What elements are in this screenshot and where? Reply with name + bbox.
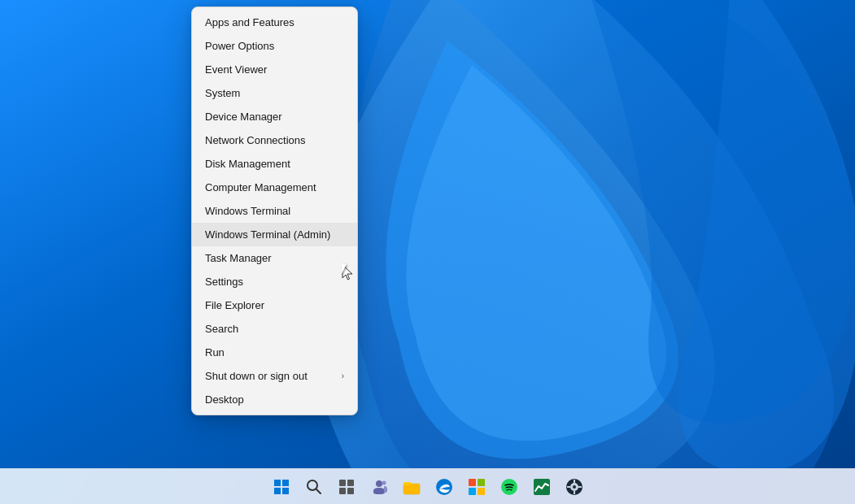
edge-button[interactable] [430,472,459,502]
menu-item-label: Run [205,346,225,358]
menu-item-windows-terminal--admin-[interactable]: Windows Terminal (Admin) [192,223,357,246]
start-button[interactable] [267,472,296,502]
svg-rect-2 [282,480,289,486]
task-view-button[interactable] [332,472,361,502]
menu-item-label: Windows Terminal (Admin) [205,228,330,241]
menu-item-label: File Explorer [205,299,264,311]
search-taskbar-button[interactable] [299,472,329,502]
menu-item-settings[interactable]: Settings [192,270,357,293]
svg-point-11 [376,480,382,487]
svg-rect-4 [282,488,289,494]
svg-rect-18 [469,488,476,495]
svg-rect-16 [469,479,476,486]
desktop: Apps and FeaturesPower OptionsEvent View… [0,0,855,504]
submenu-chevron-icon: › [342,371,344,380]
menu-item-label: Shut down or sign out [205,370,308,382]
svg-point-5 [308,480,317,490]
menu-item-label: Event Viewer [205,63,267,76]
menu-item-label: Desktop [205,393,244,406]
stocks-button[interactable] [527,472,556,502]
menu-item-file-explorer[interactable]: File Explorer [192,293,357,317]
svg-point-24 [573,485,576,489]
menu-item-label: Search [205,323,238,335]
menu-item-computer-management[interactable]: Computer Management [192,176,357,199]
menu-item-label: Task Manager [205,252,272,264]
menu-item-label: Computer Management [205,181,316,193]
svg-rect-1 [274,480,281,486]
svg-point-12 [382,480,386,484]
menu-item-label: Apps and Features [205,16,294,28]
menu-item-windows-terminal[interactable]: Windows Terminal [192,199,357,223]
svg-rect-19 [478,488,485,495]
svg-rect-3 [274,488,281,494]
menu-item-system[interactable]: System [192,81,357,105]
menu-item-shut-down-or-sign-out[interactable]: Shut down or sign out› [192,364,357,388]
menu-item-label: Windows Terminal [205,205,290,217]
menu-item-task-manager[interactable]: Task Manager [192,246,357,270]
taskbar [0,468,855,504]
menu-item-label: Power Options [205,40,274,52]
menu-item-event-viewer[interactable]: Event Viewer [192,58,357,81]
menu-item-label: Disk Management [205,158,290,170]
svg-rect-7 [339,480,346,486]
svg-rect-13 [404,484,420,494]
svg-rect-17 [478,479,485,486]
menu-item-label: Network Connections [205,134,306,146]
menu-item-apps-and-features[interactable]: Apps and Features [192,11,357,34]
steam-button[interactable] [560,472,589,502]
menu-item-disk-management[interactable]: Disk Management [192,152,357,176]
teams-button[interactable] [364,472,394,502]
svg-rect-21 [534,479,550,495]
file-explorer-button[interactable] [397,472,426,502]
svg-rect-10 [347,488,354,494]
menu-item-desktop[interactable]: Desktop [192,388,357,411]
store-button[interactable] [462,472,491,502]
context-menu: Apps and FeaturesPower OptionsEvent View… [191,7,358,415]
menu-item-label: Settings [205,276,243,288]
svg-rect-8 [347,480,354,486]
menu-item-label: System [205,87,240,99]
music-button[interactable] [495,472,524,502]
svg-line-6 [316,489,321,493]
menu-item-search[interactable]: Search [192,317,357,341]
menu-item-run[interactable]: Run [192,341,357,364]
menu-item-label: Device Manager [205,111,282,123]
menu-item-network-connections[interactable]: Network Connections [192,128,357,152]
svg-rect-9 [339,488,346,494]
menu-item-power-options[interactable]: Power Options [192,34,357,58]
menu-item-device-manager[interactable]: Device Manager [192,105,357,128]
